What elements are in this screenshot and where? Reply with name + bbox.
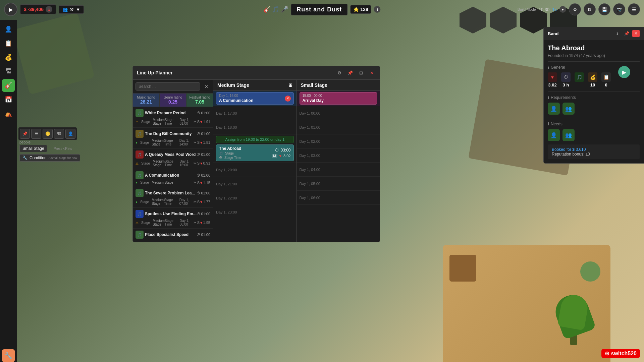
lp-pin-icon[interactable]: 📌 bbox=[346, 69, 354, 77]
stages-area: Medium Stage ⊞ Day 1, 16:00 A Commun bbox=[213, 80, 380, 242]
save-button[interactable]: 💾 bbox=[598, 3, 610, 15]
stage-time: Day 1, 07:00 bbox=[179, 198, 194, 205]
stat-genre: 🎵 bbox=[575, 72, 584, 87]
list-item[interactable]: 🎵 Place Specialist Speed ⏱ 01:00 bbox=[133, 229, 213, 242]
time-slot[interactable]: Day 1, 20:00 bbox=[213, 163, 297, 177]
band-popularity: ✂ S ♥ 0.91 bbox=[194, 161, 210, 166]
condition-icon: 🔧 bbox=[22, 156, 28, 160]
list-item[interactable]: 🎵 Spotless Use Finding Em... ⏱ 01:00 ⚠ S… bbox=[133, 208, 213, 229]
band-stage-info: ⚠ Stage Medium Stage bbox=[136, 118, 165, 125]
heart-icon: ♥ bbox=[200, 200, 203, 204]
sidebar-item-finance[interactable]: 💰 bbox=[2, 51, 15, 64]
info-icon-req: ℹ bbox=[548, 95, 549, 100]
band-panel-close[interactable]: ✕ bbox=[632, 30, 640, 37]
warn-icon: ⚠ bbox=[136, 120, 139, 124]
menu-button[interactable]: ☰ bbox=[628, 3, 640, 15]
venue-name-display: Rust and Dust bbox=[291, 4, 347, 15]
list-item[interactable]: 🎵 A Communication ⏱ 01:00 ● Stage Medium bbox=[133, 169, 213, 187]
booked-band[interactable]: The Abroad 🎵 Stage ⏱ Stage Time bbox=[216, 144, 294, 161]
tab-genre-rating[interactable]: Genre rating 0.25 bbox=[160, 94, 186, 107]
band-stage-name: Medium Stage bbox=[152, 139, 164, 146]
small-stage-button[interactable]: Small Stage bbox=[19, 145, 47, 152]
band-size-pop: M ♥ 3.02 bbox=[272, 154, 290, 158]
band-stage-label: Stage bbox=[141, 120, 150, 124]
tab-music-rating[interactable]: Music rating 28.21 bbox=[133, 94, 160, 107]
stage-time-label: Stage Time bbox=[165, 160, 177, 167]
remove-booking-button[interactable]: ✕ bbox=[285, 96, 291, 102]
list-item[interactable]: 🎵 A Queasy Mess Pool Word ⏱ 01:00 ⚠ Stag… bbox=[133, 148, 213, 169]
stage-time: Day 1, 14:00 bbox=[179, 139, 194, 146]
time-slot[interactable]: Day 1, 01:00 bbox=[297, 120, 380, 134]
band-duration: ⏱ 01:00 bbox=[197, 111, 210, 115]
time-slot[interactable]: Day 1, 00:00 bbox=[297, 106, 380, 120]
sidebar-item-schedule[interactable]: 📅 bbox=[2, 93, 15, 106]
rating-value: 128 bbox=[360, 7, 368, 12]
clock-icon: ⏱ bbox=[197, 233, 200, 237]
lp-search-input[interactable] bbox=[136, 82, 200, 90]
time-slot[interactable]: Day 1, 18:00 bbox=[213, 120, 297, 134]
sidebar-item-build[interactable]: 🏗 bbox=[2, 65, 15, 78]
lp-settings-icon[interactable]: ⚙ bbox=[335, 69, 343, 77]
time-slot[interactable]: Day 1, 17:00 bbox=[213, 106, 297, 120]
rating-info-button[interactable]: ℹ bbox=[374, 6, 381, 13]
scissors-icon: ✂ bbox=[194, 120, 197, 124]
booked-band[interactable]: Day 1, 16:00 A Communication ✕ bbox=[216, 92, 294, 105]
band-genre-icon: 🎵 bbox=[136, 231, 144, 239]
lp-close-button[interactable]: ✕ bbox=[368, 69, 376, 77]
speed-dropdown[interactable]: ▼ bbox=[559, 6, 566, 13]
list-item[interactable]: 🎵 The Severe Problem Lea... ⏱ 01:00 ● St… bbox=[133, 187, 213, 208]
mini-tb-build[interactable]: 🏗 bbox=[54, 129, 64, 139]
time-slot[interactable]: Day 1, 06:00 bbox=[297, 191, 380, 205]
stat-cost: 💰 10 bbox=[588, 72, 597, 87]
band-duration: ⏱ 01:00 bbox=[197, 212, 210, 216]
mini-tb-list[interactable]: ☰ bbox=[31, 129, 41, 139]
lineup-planner-panel: Line Up Planner ⚙ 📌 ⊞ ✕ ✕ Music rating 2… bbox=[132, 66, 380, 242]
lp-resize-icon[interactable]: ⊞ bbox=[357, 69, 365, 77]
time-slot[interactable]: Day 1, 23:00 bbox=[213, 205, 297, 219]
workers-display[interactable]: 👥 ⚒ ▼ bbox=[59, 5, 84, 14]
list-item[interactable]: 🎵 The Dog Bill Community ⏱ 01:00 ● Stage bbox=[133, 128, 213, 148]
band-duration: ⏱ 01:00 bbox=[197, 173, 210, 177]
sidebar-item-events[interactable]: 📋 bbox=[2, 37, 15, 50]
time-slot[interactable]: Day 1, 22:00 bbox=[213, 191, 297, 205]
time-slot[interactable]: Day 1, 05:00 bbox=[297, 177, 380, 191]
play-button[interactable]: ▶ bbox=[4, 3, 17, 16]
reputation-bonus: Reputation bonus: ±0 bbox=[552, 152, 636, 157]
time-slot[interactable]: Day 1, 04:00 bbox=[297, 163, 380, 177]
mini-tb-coin[interactable]: 🪙 bbox=[43, 129, 53, 139]
band-genre-icon: 🎵 bbox=[136, 171, 144, 179]
time-label: Day 1, 06:00 bbox=[300, 196, 323, 200]
tab-festival-rating[interactable]: Festival rating 7.05 bbox=[186, 94, 213, 107]
list-item[interactable]: 🎵 White Prepare Period ⏱ 01:00 ⚠ Stage M… bbox=[133, 107, 213, 128]
time-slot[interactable]: Day 1, 03:00 bbox=[297, 148, 380, 163]
booked-band-arrival[interactable]: 15:00 - 00:00 Arrival Day bbox=[300, 92, 377, 105]
band-duration: ⏱ 01:00 bbox=[197, 233, 210, 237]
camera-button[interactable]: 📷 bbox=[613, 3, 625, 15]
money-info-button[interactable]: ℹ bbox=[46, 6, 52, 13]
popularity-value: 1.95 bbox=[203, 221, 210, 225]
display-button[interactable]: 🖥 bbox=[584, 3, 596, 15]
time-slot[interactable]: Day 1, 21:00 bbox=[213, 177, 297, 191]
mini-tb-person[interactable]: 👤 bbox=[65, 129, 75, 139]
medium-stage-header: Medium Stage ⊞ bbox=[213, 80, 297, 91]
condition-button[interactable]: 🔧 Condition A small stage for new bbox=[19, 154, 80, 162]
sidebar-item-tools[interactable]: 🔧 bbox=[2, 349, 15, 362]
toolbar-center: 🎸 🎵 🎤 Rust and Dust ⭐ 128 ℹ bbox=[263, 4, 380, 15]
play-band-button[interactable]: ▶ bbox=[618, 66, 630, 78]
band-panel-info[interactable]: ℹ bbox=[613, 30, 621, 37]
sidebar-item-people[interactable]: 👤 bbox=[2, 23, 15, 36]
band-panel-pin[interactable]: 📌 bbox=[623, 30, 630, 37]
sidebar-item-camping[interactable]: ⛺ bbox=[2, 107, 15, 120]
sidebar-item-bands[interactable]: 🎸 bbox=[2, 79, 15, 92]
settings-button[interactable]: ⚙ bbox=[569, 3, 581, 15]
lp-search-clear[interactable]: ✕ bbox=[202, 82, 210, 90]
scissors-icon: ✂ bbox=[194, 200, 197, 204]
mini-tb-pin[interactable]: 📌 bbox=[20, 129, 30, 139]
slot-content: Day 1, 16:00 A Communication ✕ bbox=[216, 92, 294, 105]
divider2 bbox=[548, 92, 640, 92]
size-badge: S bbox=[197, 200, 200, 204]
stat-duration: ⏱ 3 h bbox=[561, 72, 571, 87]
req-icon-2: 👥 bbox=[562, 103, 575, 115]
time-slot[interactable]: Day 1, 02:00 bbox=[297, 134, 380, 148]
clock-icon: ⏱ bbox=[197, 132, 200, 136]
